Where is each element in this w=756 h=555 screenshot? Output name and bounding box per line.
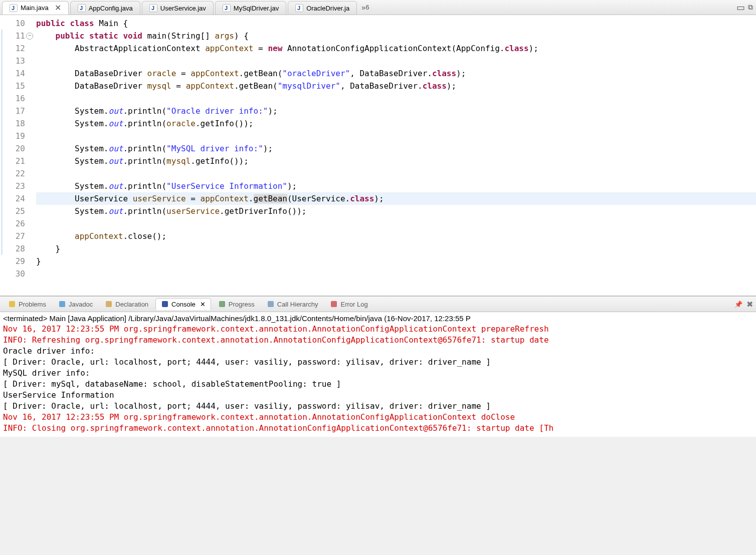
line-number[interactable]: 14 — [0, 67, 28, 80]
code-line[interactable]: System.out.println(userService.getDriver… — [36, 205, 756, 217]
code-line[interactable]: public class Main { — [36, 17, 756, 30]
token-ident: oracle — [147, 69, 176, 78]
token-plain: .println( — [123, 206, 166, 216]
code-line[interactable] — [36, 130, 756, 142]
close-icon[interactable]: ✕ — [198, 301, 206, 308]
code-line[interactable]: System.out.println("Oracle driver info:"… — [36, 105, 756, 117]
svg-rect-14 — [219, 301, 225, 307]
line-number[interactable]: 26 — [0, 217, 28, 230]
line-number[interactable]: 24 — [0, 192, 28, 205]
line-number[interactable]: 13 — [0, 55, 28, 67]
token-plain: ); — [374, 194, 384, 203]
view-tab-error-log[interactable]: Error Log — [325, 299, 372, 310]
code-line[interactable]: DataBaseDriver oracle = appContext.getBe… — [36, 67, 756, 80]
console-stdout-line: [ Driver: mySql, databaseName: school, d… — [3, 379, 753, 390]
code-line[interactable]: public static void main(String[] args) { — [36, 30, 756, 42]
editor-tab-main-java[interactable]: JMain.java✕ — [2, 1, 69, 15]
token-plain: .println( — [123, 144, 166, 153]
token-stat: out — [109, 144, 123, 153]
svg-text:J: J — [12, 5, 15, 11]
editor-tab-appconfig-java[interactable]: JAppConfig.java — [70, 1, 140, 15]
token-plain: AbstractApplicationContext — [36, 44, 205, 53]
token-kw: new — [268, 44, 282, 53]
code-line[interactable] — [36, 92, 756, 105]
editor-tab-userservice-jav[interactable]: JUserService.jav — [142, 1, 214, 15]
code-line[interactable] — [36, 267, 756, 280]
code-line[interactable] — [36, 217, 756, 230]
editor-tab-mysqldriver-jav[interactable]: JMySqlDriver.jav — [215, 1, 286, 15]
token-plain: = — [253, 44, 268, 53]
view-tab-label: Call Hierarchy — [277, 301, 318, 308]
coverage-marker — [1, 142, 3, 155]
line-number-gutter[interactable]: 1011−12131415161718192021222324252627282… — [0, 15, 28, 296]
token-boxed: getBean — [254, 194, 287, 203]
code-line[interactable] — [36, 55, 756, 67]
view-tab-declaration[interactable]: Declaration — [100, 299, 153, 310]
line-number[interactable]: 29 — [0, 255, 28, 267]
remove-launch-icon[interactable]: ✖ — [746, 300, 753, 309]
line-number[interactable]: 18 — [0, 117, 28, 130]
line-number[interactable]: 11− — [0, 30, 28, 42]
close-icon[interactable]: ✕ — [52, 3, 61, 13]
line-number[interactable]: 12 — [0, 42, 28, 55]
line-number-value: 16 — [16, 92, 25, 105]
line-number[interactable]: 19 — [0, 130, 28, 142]
token-kw: void — [123, 31, 142, 41]
view-tab-label: Problems — [19, 301, 46, 308]
token-plain: } — [36, 244, 60, 253]
view-tab-call-hierarchy[interactable]: Call Hierarchy — [262, 299, 323, 310]
line-number-value: 25 — [16, 205, 25, 217]
view-tab-progress[interactable]: Progress — [213, 299, 260, 310]
view-tab-problems[interactable]: Problems — [3, 299, 51, 310]
token-plain: .println( — [123, 106, 166, 116]
line-number[interactable]: 21 — [0, 155, 28, 167]
token-plain: DataBaseDriver — [36, 69, 147, 78]
show-more-tabs-button[interactable]: »6 — [358, 0, 372, 15]
view-tab-javadoc[interactable]: Javadoc — [53, 299, 98, 310]
token-plain: ); — [529, 44, 538, 53]
code-line[interactable]: System.out.println("MySQL driver info:")… — [36, 142, 756, 155]
editor-tab-oracledriver-ja[interactable]: JOracleDriver.ja — [288, 1, 357, 15]
line-number[interactable]: 17 — [0, 105, 28, 117]
coverage-marker — [1, 30, 3, 42]
token-stat: out — [109, 181, 123, 191]
view-tab-console[interactable]: Console✕ — [155, 298, 211, 310]
line-number[interactable]: 20 — [0, 142, 28, 155]
code-line[interactable] — [36, 167, 756, 180]
code-line[interactable]: DataBaseDriver mysql = appContext.getBea… — [36, 80, 756, 92]
code-area[interactable]: public class Main { public static void m… — [28, 15, 756, 296]
token-plain: System. — [36, 119, 109, 128]
code-line[interactable]: } — [36, 255, 756, 267]
line-number[interactable]: 27 — [0, 230, 28, 242]
console-output[interactable]: Nov 16, 2017 12:23:55 PM org.springframe… — [0, 324, 756, 437]
pin-console-icon[interactable]: 📌 — [734, 301, 742, 308]
tab-label: MySqlDriver.jav — [234, 5, 279, 12]
line-number[interactable]: 22 — [0, 167, 28, 180]
code-line[interactable]: UserService userService = appContext.get… — [36, 192, 756, 205]
line-number-value: 22 — [16, 167, 25, 180]
code-line[interactable]: System.out.println("UserService Informat… — [36, 180, 756, 192]
line-number[interactable]: 28 — [0, 242, 28, 255]
fold-toggle-icon[interactable]: − — [26, 33, 33, 40]
code-line[interactable]: System.out.println(mysql.getInfo()); — [36, 155, 756, 167]
token-kw: class — [350, 194, 374, 203]
code-editor[interactable]: 1011−12131415161718192021222324252627282… — [0, 15, 756, 296]
coverage-marker — [1, 42, 3, 55]
token-plain: , DataBaseDriver. — [350, 69, 432, 78]
line-number[interactable]: 25 — [0, 205, 28, 217]
token-plain: ); — [456, 69, 466, 78]
token-ident: userService — [133, 194, 186, 203]
code-line[interactable]: AbstractApplicationContext appContext = … — [36, 42, 756, 55]
line-number[interactable]: 16 — [0, 92, 28, 105]
line-number[interactable]: 10 — [0, 17, 28, 30]
token-ident: appContext — [201, 194, 249, 203]
code-line[interactable]: appContext.close(); — [36, 230, 756, 242]
code-line[interactable]: } — [36, 242, 756, 255]
line-number[interactable]: 15 — [0, 80, 28, 92]
token-plain: .getDriverInfo()); — [220, 206, 306, 216]
minimize-view-icon[interactable]: ▭ — [736, 2, 745, 13]
line-number[interactable]: 30 — [0, 267, 28, 280]
line-number[interactable]: 23 — [0, 180, 28, 192]
maximize-view-icon[interactable]: ⧉ — [748, 3, 753, 12]
code-line[interactable]: System.out.println(oracle.getInfo()); — [36, 117, 756, 130]
